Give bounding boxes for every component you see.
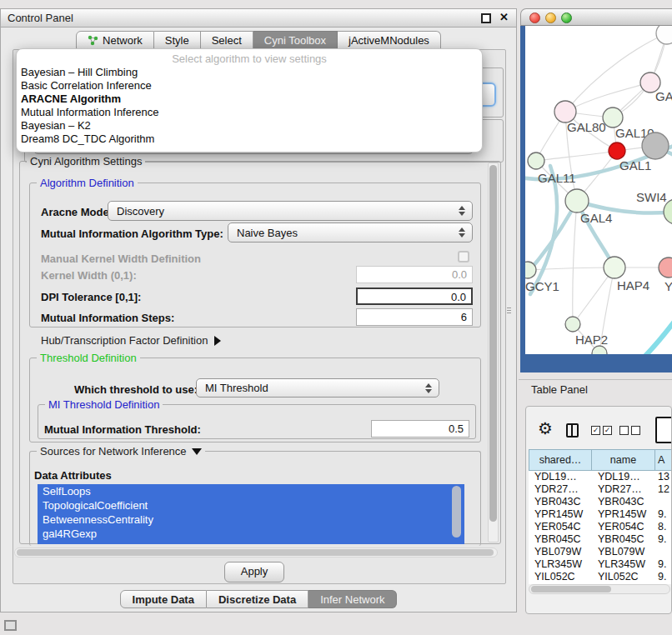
table-horizontal-scrollbar[interactable] bbox=[529, 584, 670, 594]
kernel-width-field[interactable]: 0.0 bbox=[356, 266, 473, 283]
document-icon[interactable] bbox=[655, 417, 672, 443]
table-row[interactable]: YPR145WYPR145W9. bbox=[529, 508, 672, 521]
checkbox-unchecked-icon[interactable] bbox=[631, 426, 640, 435]
table-cell: 12 bbox=[655, 483, 672, 496]
tab-style[interactable]: Style bbox=[154, 31, 201, 49]
algorithm-placeholder: Select algorithm to view settings bbox=[17, 52, 482, 66]
algorithm-option[interactable]: Basic Correlation Inference bbox=[17, 79, 482, 92]
algorithm-option-selected[interactable]: ARACNE Algorithm bbox=[17, 92, 482, 106]
data-attributes-list[interactable]: SelfLoops TopologicalCoefficient Between… bbox=[38, 484, 464, 544]
bottom-tab-bar: Impute Data Discretize Data Infer Networ… bbox=[1, 590, 516, 608]
settings-horizontal-scrollbar[interactable] bbox=[14, 548, 498, 558]
which-threshold-combobox[interactable]: MI Threshold bbox=[196, 378, 439, 398]
network-node[interactable] bbox=[565, 189, 589, 212]
close-icon[interactable]: ✕ bbox=[499, 11, 509, 23]
scrollbar-thumb[interactable] bbox=[531, 586, 611, 592]
column-header-name[interactable]: name bbox=[592, 449, 655, 471]
network-view-window: GALGAL80GAL10GAL1GAL11SWI4GAL4GCY1HAP4YH… bbox=[520, 8, 672, 372]
table-body: YDL19…YDL19…13YDR27…YDR27…12YBR043CYBR04… bbox=[529, 471, 672, 584]
algorithm-option[interactable]: Dream8 DC_TDC Algorithm bbox=[17, 132, 482, 146]
network-node[interactable] bbox=[603, 108, 623, 128]
algorithm-option[interactable]: Mutual Information Inference bbox=[17, 106, 482, 119]
network-node-label: HAP2 bbox=[575, 332, 608, 347]
table-row[interactable]: YDL19…YDL19…13 bbox=[529, 471, 672, 483]
tab-cyni-toolbox[interactable]: Cyni Toolbox bbox=[253, 31, 338, 49]
network-node[interactable] bbox=[609, 142, 625, 159]
aracne-mode-combobox[interactable]: Discovery bbox=[108, 201, 473, 221]
gear-icon[interactable]: ⚙ bbox=[538, 420, 553, 437]
list-item[interactable]: TopologicalCoefficient bbox=[38, 498, 464, 512]
list-item[interactable]: gal4RGexp bbox=[38, 527, 464, 541]
minimize-traffic-light[interactable] bbox=[545, 12, 556, 23]
network-node[interactable] bbox=[528, 152, 544, 169]
table-row[interactable]: YER054CYER054C8. bbox=[529, 521, 672, 533]
checkbox-checked-icon[interactable]: ✓ bbox=[603, 426, 612, 435]
which-threshold-value: MI Threshold bbox=[205, 382, 268, 394]
zoom-traffic-light[interactable] bbox=[561, 12, 572, 23]
mi-steps-field[interactable]: 6 bbox=[356, 308, 473, 326]
algorithm-option[interactable]: Bayesian – Hill Climbing bbox=[17, 66, 482, 79]
which-threshold-label: Which threshold to use: bbox=[74, 383, 198, 396]
table-row[interactable]: YBR045CYBR045C9. bbox=[529, 533, 672, 546]
list-item[interactable]: BetweennessCentrality bbox=[38, 512, 464, 527]
network-node-label: GAL1 bbox=[619, 158, 651, 172]
network-window-titlebar[interactable] bbox=[520, 8, 672, 26]
mi-type-value: Naive Bayes bbox=[237, 227, 298, 239]
table-row[interactable]: YBR043CYBR043C bbox=[529, 496, 672, 508]
network-edge-cyan bbox=[644, 316, 672, 354]
columns-icon[interactable] bbox=[566, 423, 579, 438]
stepper-arrows-icon bbox=[425, 383, 432, 393]
list-scrollbar[interactable] bbox=[452, 486, 461, 538]
network-node[interactable] bbox=[656, 26, 672, 44]
table-cell: 9. bbox=[655, 571, 672, 583]
table-row[interactable]: YIL052CYIL052C9. bbox=[529, 571, 672, 583]
manual-kernel-checkbox[interactable] bbox=[458, 251, 469, 262]
threshold-definition-title: Threshold Definition bbox=[37, 352, 140, 364]
network-node[interactable] bbox=[604, 257, 625, 278]
tab-jactivemnodules[interactable]: jActiveMNodules bbox=[338, 31, 441, 49]
table-cell: YBL079W bbox=[529, 546, 592, 558]
sources-group-title[interactable]: Sources for Network Inference bbox=[37, 445, 205, 458]
table-header: shared… name A bbox=[529, 449, 672, 471]
table-cell: YBR045C bbox=[592, 533, 655, 546]
scrollbar-thumb[interactable] bbox=[17, 549, 494, 556]
float-window-icon[interactable] bbox=[481, 13, 491, 23]
tab-impute-data[interactable]: Impute Data bbox=[120, 590, 207, 608]
apply-button[interactable]: Apply bbox=[224, 562, 284, 582]
splitter-grip[interactable] bbox=[507, 308, 511, 315]
algorithm-option[interactable]: Bayesian – K2 bbox=[17, 119, 482, 132]
close-traffic-light[interactable] bbox=[529, 12, 540, 23]
column-header-clipped[interactable]: A bbox=[655, 449, 672, 471]
tab-select[interactable]: Select bbox=[201, 31, 253, 49]
tab-discretize-data[interactable]: Discretize Data bbox=[207, 590, 308, 608]
control-panel-titlebar[interactable]: Control Panel ✕ bbox=[1, 9, 516, 28]
checkbox-unchecked-icon[interactable] bbox=[619, 426, 629, 435]
mi-steps-label: Mutual Information Steps: bbox=[41, 312, 174, 324]
dpi-tolerance-label: DPI Tolerance [0,1]: bbox=[41, 291, 141, 303]
mi-type-combobox[interactable]: Naive Bayes bbox=[228, 222, 473, 242]
table-cell: YDR27… bbox=[529, 483, 592, 496]
dpi-tolerance-field[interactable]: 0.0 bbox=[356, 288, 473, 305]
table-row[interactable]: YBL079WYBL079W bbox=[529, 546, 672, 558]
tab-infer-network[interactable]: Infer Network bbox=[308, 590, 397, 608]
hub-definition-toggle[interactable]: Hub/Transcription Factor Definition bbox=[41, 334, 221, 347]
table-panel: ⚙ ✓ ✓ shared… name A YDL19…YDL19…13YDR27… bbox=[525, 406, 672, 614]
table-row[interactable]: YDR27…YDR27…12 bbox=[529, 483, 672, 496]
network-node[interactable] bbox=[659, 258, 672, 278]
network-canvas[interactable]: GALGAL80GAL10GAL1GAL11SWI4GAL4GCY1HAP4YH… bbox=[525, 26, 672, 354]
network-node[interactable] bbox=[565, 317, 580, 332]
scrollbar-thumb[interactable] bbox=[489, 165, 497, 522]
checkbox-checked-icon[interactable]: ✓ bbox=[591, 426, 600, 435]
list-item[interactable]: SelfLoops bbox=[38, 484, 464, 498]
mi-threshold-field[interactable]: 0.5 bbox=[371, 420, 469, 438]
docked-panel-icon[interactable] bbox=[4, 620, 17, 631]
panel-divider bbox=[519, 379, 672, 380]
network-node[interactable] bbox=[642, 132, 669, 159]
settings-vertical-scrollbar[interactable] bbox=[488, 162, 499, 542]
table-cell: 9. bbox=[655, 533, 672, 546]
column-header-shared-name[interactable]: shared… bbox=[529, 449, 592, 471]
mi-type-label: Mutual Information Algorithm Type: bbox=[41, 228, 223, 240]
tab-label: jActiveMNodules bbox=[349, 34, 429, 47]
tab-network[interactable]: Network bbox=[76, 31, 154, 49]
table-row[interactable]: YLR345WYLR345W9. bbox=[529, 558, 672, 571]
